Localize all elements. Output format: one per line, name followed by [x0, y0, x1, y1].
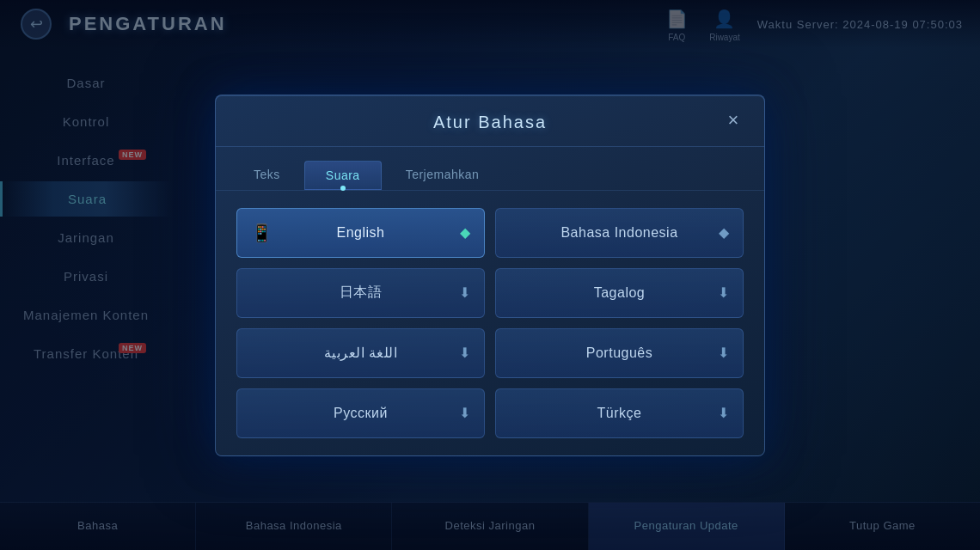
download-icon: ⬇ — [459, 405, 471, 421]
modal-overlay: Atur Bahasa × Teks Suara Terjemahkan 📱 E… — [0, 0, 980, 550]
lang-btn-bahasa-indonesia[interactable]: Bahasa Indonesia ◆ — [495, 208, 744, 258]
diamond-icon: ◆ — [719, 224, 730, 241]
lang-btn-tagalog[interactable]: Tagalog ⬇ — [495, 268, 744, 318]
lang-btn-japanese[interactable]: 日本語 ⬇ — [236, 268, 485, 318]
language-modal: Atur Bahasa × Teks Suara Terjemahkan 📱 E… — [215, 95, 765, 456]
tab-suara[interactable]: Suara — [304, 161, 382, 190]
language-grid: 📱 English ◆ Bahasa Indonesia ◆ 日本語 ⬇ Tag… — [216, 191, 764, 455]
lang-btn-russian[interactable]: Русский ⬇ — [236, 388, 485, 438]
download-icon: ⬇ — [459, 284, 471, 301]
download-icon: ⬇ — [718, 345, 730, 361]
selected-mark-icon: ◆ — [460, 224, 471, 241]
lang-btn-arabic[interactable]: اللغة العربية ⬇ — [236, 328, 485, 378]
tab-teks[interactable]: Teks — [233, 161, 301, 190]
phone-icon: 📱 — [251, 223, 273, 243]
modal-header: Atur Bahasa × — [216, 95, 764, 147]
download-icon: ⬇ — [718, 284, 730, 301]
tab-terjemahkan[interactable]: Terjemahkan — [385, 161, 500, 190]
download-icon: ⬇ — [459, 345, 471, 361]
modal-title: Atur Bahasa — [433, 113, 547, 132]
lang-btn-portuguese[interactable]: Português ⬇ — [495, 328, 744, 378]
lang-btn-turkish[interactable]: Türkçe ⬇ — [495, 388, 744, 438]
lang-btn-english[interactable]: 📱 English ◆ — [236, 208, 485, 258]
download-icon: ⬇ — [718, 405, 730, 421]
modal-tabs: Teks Suara Terjemahkan — [216, 147, 764, 191]
modal-close-button[interactable]: × — [720, 107, 747, 134]
